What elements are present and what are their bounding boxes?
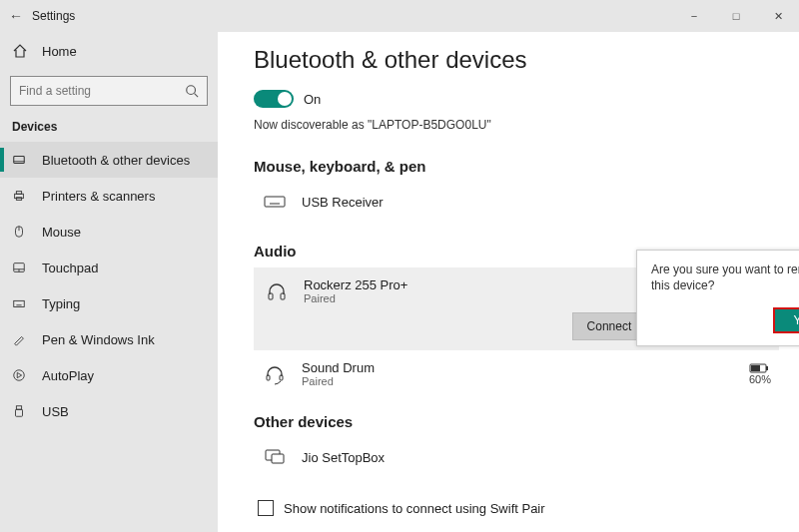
svg-rect-31 [766, 366, 768, 370]
section-mouse-kbd-pen: Mouse, keyboard, & pen [254, 158, 779, 175]
touchpad-icon [12, 261, 28, 274]
sidebar-item-label: Touchpad [42, 261, 98, 275]
popup-text: Are you sure you want to remove this dev… [651, 263, 799, 293]
device-settopbox[interactable]: Jio SetTopBox [254, 438, 779, 476]
device-usb-receiver[interactable]: USB Receiver [254, 183, 779, 221]
sidebar-item-touchpad[interactable]: Touchpad [0, 250, 218, 285]
title-bar: ← Settings − □ ✕ [0, 0, 799, 32]
window-title: Settings [32, 9, 75, 23]
svg-rect-18 [16, 406, 21, 410]
home-icon [12, 43, 28, 59]
battery-percent: 60% [749, 373, 771, 385]
device-status: Paired [304, 292, 407, 304]
sidebar-item-usb[interactable]: USB [0, 393, 218, 429]
close-button[interactable]: ✕ [757, 0, 799, 32]
maximize-button[interactable]: □ [715, 0, 757, 32]
minimize-button[interactable]: − [673, 0, 715, 32]
device-name: Jio SetTopBox [302, 450, 385, 465]
toggle-label: On [304, 92, 321, 107]
display-icon [262, 444, 288, 470]
sidebar-item-printers[interactable]: Printers & scanners [0, 178, 218, 214]
sidebar-item-label: Printers & scanners [42, 189, 155, 204]
svg-point-17 [14, 370, 25, 381]
svg-rect-32 [751, 365, 760, 371]
printer-icon [12, 189, 28, 203]
back-button[interactable]: ← [0, 8, 32, 24]
svg-rect-20 [265, 197, 285, 207]
mouse-icon [12, 225, 28, 239]
swift-pair-label: Show notifications to connect using Swif… [284, 501, 545, 516]
sidebar-item-mouse[interactable]: Mouse [0, 214, 218, 250]
svg-line-1 [195, 94, 199, 98]
sidebar-item-label: Mouse [42, 225, 81, 240]
pen-icon [12, 332, 28, 346]
device-name: USB Receiver [302, 195, 384, 210]
sidebar-item-label: Bluetooth & other devices [42, 153, 190, 168]
svg-rect-12 [14, 300, 25, 306]
usb-icon [12, 404, 28, 418]
home-label: Home [42, 44, 77, 59]
sidebar: Home Devices Bluetooth & other devices P… [0, 32, 218, 532]
headset-icon [262, 361, 288, 387]
search-input[interactable] [19, 84, 185, 98]
keyboard-icon [12, 296, 28, 310]
sidebar-item-pen[interactable]: Pen & Windows Ink [0, 321, 218, 357]
sidebar-item-label: USB [42, 404, 69, 419]
discoverable-text: Now discoverable as "LAPTOP-B5DGO0LU" [254, 118, 779, 132]
bluetooth-icon [12, 153, 28, 167]
svg-rect-5 [16, 192, 21, 195]
page-title: Bluetooth & other devices [254, 46, 779, 74]
autoplay-icon [12, 368, 28, 382]
sidebar-item-typing[interactable]: Typing [0, 285, 218, 321]
device-name: Sound Drum [302, 360, 375, 375]
sidebar-item-autoplay[interactable]: AutoPlay [0, 357, 218, 393]
sidebar-item-label: Pen & Windows Ink [42, 332, 155, 347]
sidebar-item-label: AutoPlay [42, 368, 94, 383]
device-status: Paired [302, 375, 375, 387]
swift-pair-row[interactable]: Show notifications to connect using Swif… [254, 500, 779, 516]
battery-icon [749, 363, 769, 373]
svg-point-0 [187, 86, 196, 95]
headphones-icon [264, 278, 290, 304]
sidebar-item-bluetooth[interactable]: Bluetooth & other devices [0, 142, 218, 178]
search-box[interactable] [10, 76, 208, 106]
device-name: Rockerz 255 Pro+ [304, 277, 407, 292]
popup-yes-button[interactable]: Yes [773, 307, 799, 333]
sidebar-group-label: Devices [0, 116, 218, 142]
home-link[interactable]: Home [0, 32, 218, 70]
bluetooth-toggle[interactable] [254, 90, 294, 108]
swift-pair-checkbox[interactable] [258, 500, 274, 516]
device-keyboard-icon [262, 189, 288, 215]
search-icon [185, 84, 199, 98]
remove-confirm-popup: Are you sure you want to remove this dev… [636, 250, 799, 346]
sidebar-item-label: Typing [42, 296, 80, 311]
device-sound-drum[interactable]: Sound Drum Paired 60% [254, 354, 779, 393]
svg-rect-34 [272, 454, 284, 463]
svg-rect-2 [14, 157, 25, 164]
content-area: Bluetooth & other devices On Now discove… [218, 32, 799, 532]
section-other: Other devices [254, 413, 779, 430]
svg-rect-19 [16, 409, 23, 416]
